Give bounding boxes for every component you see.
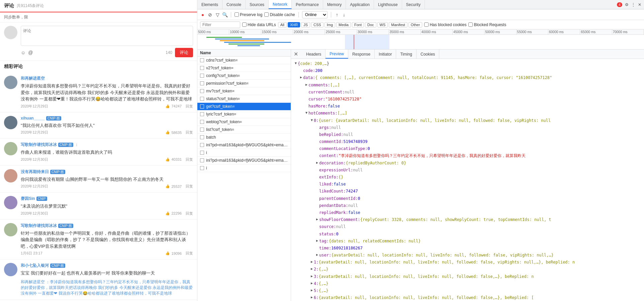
- tab-performance[interactable]: Performance: [292, 0, 323, 9]
- filter-input[interactable]: [200, 21, 240, 28]
- hide-data-urls-checkbox[interactable]: Hide data URLs: [242, 22, 276, 27]
- json-item-4[interactable]: ▶ 4: {,…}: [310, 280, 641, 287]
- request-item[interactable]: status?csrf_token=: [197, 95, 291, 103]
- request-item[interactable]: ini?pd=mail163&pkid=fjWGUOS&pkht=email.1…: [197, 141, 291, 149]
- like-button[interactable]: 👍 58635: [165, 130, 182, 135]
- filter-other[interactable]: Other: [408, 22, 423, 27]
- emoji-icon[interactable]: ☺: [21, 50, 25, 55]
- json-root[interactable]: ▼ { code: 200,… }: [294, 60, 641, 67]
- expand-icon[interactable]: ▶: [315, 217, 319, 222]
- request-item[interactable]: config?csrf_token=: [197, 72, 291, 80]
- json-showfloorcomment[interactable]: ▶ showFloorComment: {replyCount: 3328, c…: [315, 216, 641, 223]
- preserve-log-input[interactable]: [235, 12, 239, 17]
- tab-elements[interactable]: Elements: [197, 0, 222, 9]
- filter-icon-button[interactable]: ▽: [215, 12, 220, 17]
- request-item[interactable]: i: [197, 164, 291, 172]
- filter-media[interactable]: Media: [336, 22, 351, 27]
- expand-icon[interactable]: ▶: [310, 288, 314, 293]
- filter-js[interactable]: JS: [301, 22, 310, 27]
- like-button[interactable]: 👍 40331: [165, 157, 182, 162]
- json-decoration[interactable]: ▶ decoration: {repliedByAuthorCount: 0}: [315, 160, 641, 167]
- json-item-1[interactable]: ▶ 1: {avatarDetail: null, locationInfo: …: [310, 259, 641, 266]
- close-devtools-icon[interactable]: ✕: [638, 2, 641, 7]
- stop-button[interactable]: ⊘: [207, 12, 213, 17]
- json-tag[interactable]: ▶ tag: {dates: null, relatedCommentIds: …: [315, 238, 641, 245]
- like-button[interactable]: 👍 25537: [165, 184, 182, 189]
- record-button[interactable]: ●: [200, 12, 205, 17]
- filter-xhr[interactable]: XHR: [288, 22, 300, 27]
- expand-icon[interactable]: ▶: [315, 160, 319, 165]
- reply-button[interactable]: 回复: [186, 251, 193, 256]
- tab-headers[interactable]: Headers: [302, 50, 326, 59]
- request-item-selected[interactable]: get?csrf_token=: [197, 103, 291, 110]
- reply-button[interactable]: 回复: [186, 211, 193, 216]
- disable-cache-checkbox[interactable]: Disable cache: [264, 12, 295, 17]
- request-item[interactable]: cdns?csrf_token=: [197, 57, 291, 64]
- tab-console[interactable]: Console: [222, 0, 246, 9]
- tab-timing[interactable]: Timing: [396, 50, 417, 59]
- blocked-requests-input[interactable]: [468, 22, 473, 27]
- tab-response[interactable]: Response: [348, 50, 375, 59]
- tab-cookies[interactable]: Cookies: [417, 50, 439, 59]
- expand-icon[interactable]: ▶: [310, 259, 314, 265]
- reply-button[interactable]: 回复: [186, 157, 193, 162]
- tab-memory[interactable]: Memory: [323, 0, 346, 9]
- has-blocked-cookies-input[interactable]: [424, 22, 429, 27]
- comment-user[interactable]: 没有再期待来日: [21, 169, 49, 174]
- search-button[interactable]: 🔍: [222, 12, 227, 17]
- tab-initiator[interactable]: Initiator: [375, 50, 396, 59]
- expand-icon[interactable]: ▶: [304, 82, 308, 87]
- request-item[interactable]: i: [197, 149, 291, 157]
- json-item-0[interactable]: ▼ 0: {user: {avatarDetail: null, locatio…: [310, 117, 641, 124]
- hide-data-urls-input[interactable]: [242, 22, 247, 27]
- preserve-log-checkbox[interactable]: Preserve log: [235, 12, 262, 17]
- request-item[interactable]: batch: [197, 134, 291, 141]
- comment-user[interactable]: xihuan_____: [21, 116, 45, 121]
- json-comments[interactable]: ▶ comments: [,…]: [304, 82, 641, 89]
- tab-security[interactable]: Security: [402, 0, 425, 9]
- tab-application[interactable]: Application: [346, 0, 374, 9]
- request-item[interactable]: v2?csrf_token=: [197, 64, 291, 72]
- request-item[interactable]: ini?pd=mail163&pkid=fjWGUOS&pkht=email.1…: [197, 157, 291, 164]
- submit-comment-button[interactable]: 评论: [175, 48, 193, 57]
- json-item-5[interactable]: ▶ 5: {,…}: [310, 287, 641, 294]
- filter-ws[interactable]: WS: [377, 22, 388, 27]
- upload-icon-button[interactable]: ↑: [335, 11, 340, 18]
- tab-network[interactable]: Network: [269, 0, 292, 9]
- filter-doc[interactable]: Doc: [365, 22, 376, 27]
- json-hotcomments[interactable]: ▼ hotComments: [,…]: [304, 110, 641, 117]
- json-user[interactable]: ▶ user: {avatarDetail: null, locationInf…: [315, 252, 641, 259]
- request-item[interactable]: lyric?csrf_token=: [197, 110, 291, 118]
- filter-font[interactable]: Font: [352, 22, 364, 27]
- reply-username[interactable]: 和再解进星空: [21, 280, 45, 284]
- expand-icon[interactable]: ▼: [294, 61, 298, 66]
- close-detail-button[interactable]: ✕: [291, 50, 301, 59]
- expand-icon[interactable]: ▶: [299, 75, 303, 80]
- filter-css[interactable]: CSS: [311, 22, 324, 27]
- expand-icon[interactable]: ▶: [315, 252, 319, 257]
- has-blocked-cookies-checkbox[interactable]: Has blocked cookies: [424, 22, 466, 27]
- comment-user[interactable]: 写歌制作请找郑冰冰: [21, 223, 57, 228]
- tab-preview[interactable]: Preview: [326, 50, 348, 59]
- expand-icon[interactable]: ▶: [315, 238, 319, 243]
- expand-icon[interactable]: ▼: [310, 118, 314, 123]
- like-button[interactable]: 👍 19096: [165, 251, 182, 255]
- more-icon[interactable]: ⋮: [631, 2, 635, 7]
- tab-lighthouse[interactable]: Lighthouse: [374, 0, 402, 9]
- filter-img[interactable]: Img: [325, 22, 335, 27]
- like-button[interactable]: 👍 22296: [165, 211, 182, 216]
- filter-all[interactable]: All: [278, 22, 287, 27]
- comment-user[interactable]: 和再解进星空: [21, 76, 45, 81]
- disable-cache-input[interactable]: [264, 12, 269, 17]
- settings-icon[interactable]: ⚙: [625, 2, 629, 7]
- expand-icon[interactable]: ▶: [310, 274, 314, 279]
- json-item-2[interactable]: ▶ 2: {,…}: [310, 266, 641, 273]
- request-item[interactable]: mv?csrf_token=: [197, 87, 291, 95]
- comment-user[interactable]: 和小七坠入银河: [21, 263, 49, 268]
- like-button[interactable]: 👍 74247: [165, 104, 182, 108]
- expand-icon[interactable]: ▼: [304, 110, 308, 116]
- json-data[interactable]: ▶ data: { comments: [,…], currentComment…: [299, 74, 641, 81]
- json-item-3[interactable]: ▶ 3: {avatarDetail: null, locationInfo: …: [310, 273, 641, 280]
- expand-icon[interactable]: ▶: [310, 295, 314, 300]
- filter-manifest[interactable]: Manifest: [389, 22, 407, 27]
